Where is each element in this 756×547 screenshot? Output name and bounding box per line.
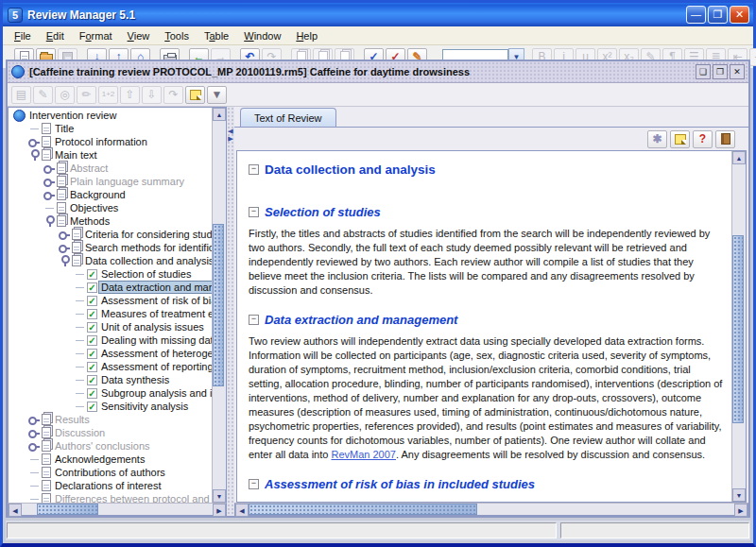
maximize-button[interactable]: ❐ xyxy=(708,6,728,24)
handbook-button[interactable] xyxy=(715,130,735,148)
content-horizontal-scrollbar[interactable]: ◀▶ xyxy=(234,503,748,516)
menu-format[interactable]: Format xyxy=(72,28,120,43)
tree-expander[interactable] xyxy=(58,242,71,253)
collapse-right-icon[interactable]: ▶ xyxy=(228,135,232,142)
tab-text-of-review[interactable]: Text of Review xyxy=(240,108,336,127)
tree-hscroll-left-icon[interactable]: ◀ xyxy=(9,504,22,517)
citation-link[interactable]: RevMan 2007 xyxy=(331,449,396,460)
menu-edit[interactable]: Edit xyxy=(39,28,72,43)
tree-item-dealing-with-missing-data[interactable]: ✓Dealing with missing data xyxy=(9,333,212,347)
expand-icon[interactable] xyxy=(28,440,40,452)
tree-expander[interactable] xyxy=(43,176,56,187)
tree-vscroll-down-icon[interactable]: ▼ xyxy=(213,489,226,503)
tree-expander[interactable] xyxy=(43,162,56,174)
collapse-icon[interactable] xyxy=(28,149,40,161)
tree-hscroll-track[interactable] xyxy=(22,504,213,515)
tree-item-authors-conclusions[interactable]: Authors' conclusions xyxy=(9,439,212,453)
tree-hscroll-right-icon[interactable]: ▶ xyxy=(213,504,226,517)
expand-icon[interactable] xyxy=(28,136,40,147)
tree-item-data-collection-and-analysis[interactable]: Data collection and analysis xyxy=(9,254,212,267)
tree-item-title[interactable]: Title xyxy=(9,122,212,135)
tree-item-criteria-for-considering-studies-for-thi[interactable]: Criteria for considering studies for thi… xyxy=(9,228,212,241)
content-hscroll-thumb[interactable] xyxy=(249,504,477,515)
menu-file[interactable]: File xyxy=(7,28,39,43)
tree-item-data-extraction-and-management[interactable]: ✓Data extraction and management xyxy=(9,281,212,294)
tree-vscroll-up-icon[interactable]: ▲ xyxy=(213,108,226,121)
tree-vscroll-thumb[interactable] xyxy=(213,224,224,386)
collapse-left-icon[interactable]: ◀ xyxy=(228,128,232,134)
tree-item-measures-of-treatment-effect[interactable]: ✓Measures of treatment effect xyxy=(9,307,212,320)
tree-item-plain-language-summary[interactable]: Plain language summary xyxy=(9,175,212,188)
tree-expander[interactable] xyxy=(43,189,56,200)
collapse-section-icon[interactable]: − xyxy=(249,479,259,489)
content-hscroll-track[interactable] xyxy=(249,504,734,515)
collapse-section-icon[interactable]: − xyxy=(249,315,259,325)
collapse-section-icon[interactable]: − xyxy=(249,207,259,217)
minimize-button[interactable]: — xyxy=(686,6,706,24)
tree-item-search-methods-for-identification-of-stu[interactable]: Search methods for identification of stu… xyxy=(9,241,212,254)
notes-button[interactable] xyxy=(185,86,205,104)
document-close-button[interactable]: ✕ xyxy=(730,64,745,79)
collapse-icon[interactable] xyxy=(59,255,70,266)
tree-vscroll-track[interactable] xyxy=(213,121,226,489)
menu-help[interactable]: Help xyxy=(288,28,325,43)
tree-item-results[interactable]: Results xyxy=(9,413,212,426)
close-button[interactable]: ✕ xyxy=(730,6,749,24)
menu-tools[interactable]: Tools xyxy=(157,28,197,43)
expand-icon[interactable] xyxy=(43,189,55,200)
content-hscroll-right-icon[interactable]: ▶ xyxy=(734,504,747,517)
tree-expander[interactable] xyxy=(27,149,41,161)
content-vscroll-track[interactable] xyxy=(732,164,746,488)
tree-expander[interactable] xyxy=(27,136,41,147)
tree-item-objectives[interactable]: Objectives xyxy=(9,201,212,214)
tree-item-sensitivity-analysis[interactable]: ✓Sensitivity analysis xyxy=(9,400,212,413)
collapse-section-icon[interactable]: − xyxy=(249,164,259,175)
menu-window[interactable]: Window xyxy=(236,28,288,43)
tree-expander[interactable] xyxy=(58,229,71,240)
content-hscroll-left-icon[interactable]: ◀ xyxy=(235,504,249,517)
tree-item-acknowledgements[interactable]: Acknowledgements xyxy=(9,453,212,466)
tree-item-differences-between-protocol-and-review[interactable]: Differences between protocol and review xyxy=(9,492,212,503)
help-button[interactable]: ? xyxy=(693,130,713,148)
tree-horizontal-scrollbar[interactable]: ◀▶ xyxy=(8,503,227,516)
tree-item-assessment-of-reporting-biases[interactable]: ✓Assessment of reporting biases xyxy=(9,360,212,373)
content-vscroll-thumb[interactable] xyxy=(732,235,744,423)
tree-expander[interactable] xyxy=(27,414,41,425)
tree-item-subgroup-analysis-and-investigation-of-h[interactable]: ✓Subgroup analysis and investigation of … xyxy=(9,386,212,400)
tree-expander[interactable] xyxy=(43,215,56,227)
tree-vertical-scrollbar[interactable]: ▲▼ xyxy=(212,108,226,503)
tree-item-intervention-review[interactable]: Intervention review xyxy=(9,109,212,122)
tree-expander[interactable] xyxy=(27,440,41,452)
tree-item-selection-of-studies[interactable]: ✓Selection of studies xyxy=(9,267,212,281)
menu-table[interactable]: Table xyxy=(197,28,236,43)
expand-icon[interactable] xyxy=(43,162,55,174)
section-properties-button[interactable]: ✱ xyxy=(647,130,667,148)
tree-item-main-text[interactable]: Main text xyxy=(9,148,212,162)
tree-item-methods[interactable]: Methods xyxy=(9,214,212,228)
expand-icon[interactable] xyxy=(28,427,40,438)
tree-item-discussion[interactable]: Discussion xyxy=(9,426,212,439)
expand-icon[interactable] xyxy=(59,242,70,253)
tree-item-data-synthesis[interactable]: ✓Data synthesis xyxy=(9,373,212,386)
tree-item-assessment-of-risk-of-bias-in-included-s[interactable]: ✓Assessment of risk of bias in included … xyxy=(9,294,212,307)
toolbar-dropdown-button[interactable]: ▼ xyxy=(207,86,227,104)
tree-hscroll-thumb[interactable] xyxy=(37,504,98,515)
content-vertical-scrollbar[interactable]: ▲▼ xyxy=(731,151,746,502)
tree-item-protocol-information[interactable]: Protocol information xyxy=(9,135,212,148)
tree-item-declarations-of-interest[interactable]: Declarations of interest xyxy=(9,479,212,492)
expand-icon[interactable] xyxy=(28,414,40,425)
document-minimize-button[interactable]: ❏ xyxy=(696,64,711,79)
content-vscroll-down-icon[interactable]: ▼ xyxy=(732,488,746,502)
expand-icon[interactable] xyxy=(43,176,55,187)
split-divider[interactable]: ◀ ▶ xyxy=(227,107,234,516)
content-vscroll-up-icon[interactable]: ▲ xyxy=(732,151,746,164)
expand-icon[interactable] xyxy=(59,229,70,240)
tree-item-assessment-of-heterogeneity[interactable]: ✓Assessment of heterogeneity xyxy=(9,347,212,360)
tree-item-abstract[interactable]: Abstract xyxy=(9,162,212,175)
collapse-icon[interactable] xyxy=(43,215,55,227)
tree-expander[interactable] xyxy=(58,255,71,266)
document-maximize-button[interactable]: ❐ xyxy=(713,64,728,79)
tree-item-contributions-of-authors[interactable]: Contributions of authors xyxy=(9,466,212,479)
menu-view[interactable]: View xyxy=(120,28,158,43)
section-notes-button[interactable] xyxy=(670,130,690,148)
